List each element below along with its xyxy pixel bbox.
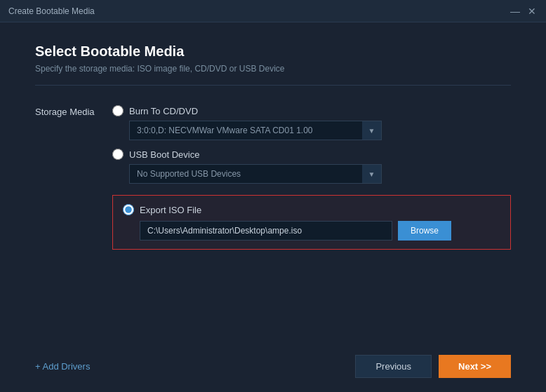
iso-path-input[interactable] xyxy=(140,221,392,241)
title-bar: Create Bootable Media — ✕ xyxy=(0,0,546,22)
main-content: Select Bootable Media Specify the storag… xyxy=(0,22,546,392)
window-title: Create Bootable Media xyxy=(8,6,95,16)
burn-cd-radio[interactable] xyxy=(112,105,124,116)
divider xyxy=(35,85,511,86)
usb-boot-group: USB Boot Device No Supported USB Devices… xyxy=(112,149,511,184)
usb-boot-dropdown[interactable]: No Supported USB Devices xyxy=(129,164,382,184)
browse-button[interactable]: Browse xyxy=(398,221,451,241)
storage-media-label: Storage Media xyxy=(35,105,98,117)
burn-cd-radio-row: Burn To CD/DVD xyxy=(112,105,511,116)
add-drivers-button[interactable]: + Add Drivers xyxy=(35,361,90,372)
burn-cd-dropdown[interactable]: 3:0:0,D: NECVMWar VMware SATA CD01 1.00 xyxy=(129,121,382,140)
usb-boot-dropdown-container: No Supported USB Devices ▼ xyxy=(129,164,382,184)
nav-buttons: Previous Next >> xyxy=(355,355,511,378)
usb-boot-label[interactable]: USB Boot Device xyxy=(129,149,199,160)
export-iso-radio[interactable] xyxy=(123,204,134,215)
page-subtitle: Specify the storage media: ISO image fil… xyxy=(35,64,511,74)
usb-boot-dropdown-row: No Supported USB Devices ▼ xyxy=(129,164,511,184)
close-button[interactable]: ✕ xyxy=(526,6,538,17)
previous-button[interactable]: Previous xyxy=(355,355,432,378)
page-title: Select Bootable Media xyxy=(35,43,511,60)
export-iso-radio-row: Export ISO File xyxy=(123,204,500,215)
iso-input-row: Browse xyxy=(140,221,500,241)
burn-cd-dropdown-container: 3:0:0,D: NECVMWar VMware SATA CD01 1.00 … xyxy=(129,121,382,140)
burn-cd-label[interactable]: Burn To CD/DVD xyxy=(129,106,198,116)
export-iso-group: Export ISO File Browse xyxy=(112,195,511,250)
burn-cd-group: Burn To CD/DVD 3:0:0,D: NECVMWar VMware … xyxy=(112,105,511,140)
usb-boot-radio[interactable] xyxy=(112,149,124,160)
title-bar-controls: — ✕ xyxy=(510,6,538,17)
usb-boot-radio-row: USB Boot Device xyxy=(112,149,511,160)
bottom-bar: + Add Drivers Previous Next >> xyxy=(35,341,511,378)
storage-row: Storage Media Burn To CD/DVD 3:0:0,D: NE… xyxy=(35,105,511,341)
burn-cd-dropdown-row: 3:0:0,D: NECVMWar VMware SATA CD01 1.00 … xyxy=(129,121,511,140)
options-column: Burn To CD/DVD 3:0:0,D: NECVMWar VMware … xyxy=(112,105,511,250)
minimize-button[interactable]: — xyxy=(510,6,521,17)
next-button[interactable]: Next >> xyxy=(439,355,511,378)
export-iso-label[interactable]: Export ISO File xyxy=(140,205,201,215)
